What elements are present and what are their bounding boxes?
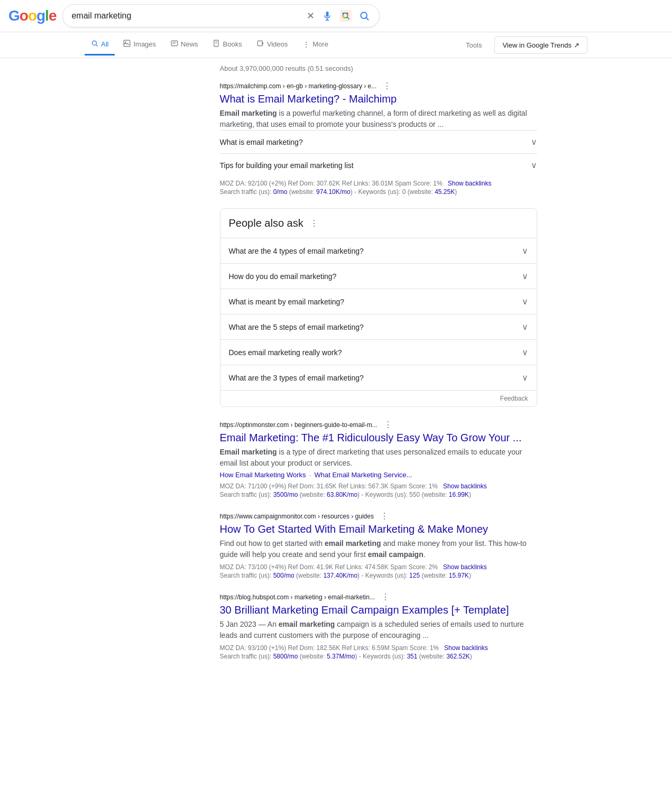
- header: Google ✕: [0, 0, 672, 32]
- paa-feedback: Feedback: [220, 390, 537, 406]
- paa-question-2: What is meant by email marketing?: [229, 298, 345, 306]
- paa-menu-icon[interactable]: ⋮: [310, 218, 318, 228]
- traffic-val-link[interactable]: 3500/mo: [273, 491, 298, 498]
- paa-question-1: How do you do email marketing?: [229, 272, 337, 281]
- show-backlinks-link[interactable]: Show backlinks: [443, 563, 487, 571]
- traffic-974-link[interactable]: 974.10K/mo: [316, 188, 351, 196]
- traffic-0-link[interactable]: 0/mo: [273, 188, 288, 196]
- seo-metrics-optinmonster: MOZ DA: 71/100 (+9%) Ref Dom: 31.65K Ref…: [220, 483, 537, 498]
- view-trends-label: View in Google Trends: [502, 41, 572, 49]
- tab-images-icon: [123, 40, 131, 49]
- clear-button[interactable]: ✕: [306, 9, 316, 23]
- keywords-val-link[interactable]: 351: [407, 653, 417, 660]
- tab-news[interactable]: News: [164, 34, 205, 55]
- seo-row1: MOZ DA: 93/100 (+1%) Ref Dom: 182.56K Re…: [220, 644, 439, 652]
- keywords-website-link[interactable]: 362.52K: [446, 653, 470, 660]
- keywords-website-link[interactable]: 15.97K: [449, 572, 469, 579]
- show-backlinks-link[interactable]: Show backlinks: [448, 180, 492, 187]
- sub-links-optinmonster: How Email Marketing Works · What Email M…: [220, 471, 537, 479]
- result-url-campaignmonitor: https://www.campaignmonitor.com › resour…: [220, 511, 537, 521]
- sublink-separator: ·: [309, 471, 311, 479]
- tab-videos-label: Videos: [267, 40, 288, 48]
- result-url-optinmonster: https://optinmonster.com › beginners-gui…: [220, 420, 537, 430]
- result-menu-icon[interactable]: ⋮: [383, 81, 391, 91]
- tab-books-icon: [213, 40, 220, 49]
- traffic-website-link[interactable]: 63.80K/mo: [327, 491, 357, 498]
- paa-question-3: What are the 5 steps of email marketing?: [229, 323, 364, 331]
- result-title-hubspot[interactable]: 30 Brilliant Marketing Email Campaign Ex…: [220, 603, 537, 617]
- chevron-down-icon: ∨: [522, 246, 528, 256]
- paa-item-4[interactable]: Does email marketing really work? ∨: [220, 339, 537, 365]
- keywords-45-link[interactable]: 45.25K: [435, 188, 455, 196]
- result-url-mailchimp: https://mailchimp.com › en-gb › marketin…: [220, 81, 537, 91]
- tab-books[interactable]: Books: [207, 34, 248, 55]
- seo-row1: MOZ DA: 92/100 (+2%) Ref Dom: 307.62K Re…: [220, 180, 443, 187]
- sublink-what-email[interactable]: What Email Marketing Service...: [314, 471, 412, 479]
- chevron-down-icon: ∨: [522, 322, 528, 332]
- tab-books-label: Books: [223, 40, 242, 48]
- expandable-tips[interactable]: Tips for building your email marketing l…: [220, 153, 537, 177]
- tab-all[interactable]: All: [85, 34, 115, 55]
- tab-images-label: Images: [133, 40, 156, 48]
- keywords-val-link[interactable]: 125: [409, 572, 420, 579]
- result-menu-icon[interactable]: ⋮: [384, 420, 392, 430]
- paa-header: People also ask ⋮: [220, 209, 537, 238]
- paa-item-2[interactable]: What is meant by email marketing? ∨: [220, 289, 537, 314]
- search-input[interactable]: [71, 11, 301, 21]
- paa-question-5: What are the 3 types of email marketing?: [229, 374, 364, 382]
- view-trends-button[interactable]: View in Google Trends ↗: [494, 36, 587, 54]
- tab-videos[interactable]: Videos: [251, 34, 294, 55]
- paa-item-5[interactable]: What are the 3 types of email marketing?…: [220, 365, 537, 390]
- result-title-mailchimp[interactable]: What is Email Marketing? - Mailchimp: [220, 92, 537, 106]
- result-mailchimp: https://mailchimp.com › en-gb › marketin…: [220, 81, 537, 196]
- expandable-label: What is email marketing?: [220, 138, 303, 146]
- tab-more[interactable]: ⋮ More: [296, 35, 335, 55]
- traffic-website-link[interactable]: 137.40K/mo: [323, 572, 357, 579]
- traffic-val-link[interactable]: 5800/mo: [273, 653, 298, 660]
- svg-rect-20: [257, 41, 262, 45]
- result-snippet-optinmonster: Email marketing is a type of direct mark…: [220, 447, 537, 469]
- search-button[interactable]: [358, 10, 371, 22]
- keywords-website-link[interactable]: 16.99K: [449, 491, 469, 498]
- clear-icon: ✕: [307, 10, 315, 22]
- show-backlinks-link[interactable]: Show backlinks: [444, 644, 488, 652]
- paa-title: People also ask: [229, 217, 303, 229]
- chevron-down-icon: ∨: [531, 137, 537, 147]
- tab-more-label: More: [312, 40, 328, 48]
- tab-news-label: News: [181, 40, 198, 48]
- result-menu-icon[interactable]: ⋮: [381, 592, 390, 602]
- expandable-what-is[interactable]: What is email marketing? ∨: [220, 130, 537, 153]
- result-menu-icon[interactable]: ⋮: [380, 511, 389, 521]
- tab-all-icon: [91, 40, 98, 49]
- paa-item-0[interactable]: What are the 4 types of email marketing?…: [220, 238, 537, 263]
- result-url-text: https://blog.hubspot.com › marketing › e…: [220, 594, 375, 601]
- mic-button[interactable]: [321, 10, 334, 22]
- search-bar: ✕: [62, 4, 380, 27]
- chevron-down-icon: ∨: [522, 347, 528, 357]
- svg-rect-17: [214, 40, 218, 47]
- chevron-down-icon: ∨: [531, 160, 537, 170]
- result-hubspot: https://blog.hubspot.com › marketing › e…: [220, 592, 537, 660]
- paa-item-3[interactable]: What are the 5 steps of email marketing?…: [220, 314, 537, 339]
- traffic-val-link[interactable]: 500/mo: [273, 572, 294, 579]
- svg-marker-21: [262, 42, 264, 45]
- svg-line-11: [96, 45, 98, 47]
- svg-line-9: [366, 18, 369, 20]
- lens-button[interactable]: [339, 9, 353, 23]
- result-optinmonster: https://optinmonster.com › beginners-gui…: [220, 420, 537, 498]
- tab-images[interactable]: Images: [117, 34, 162, 55]
- paa-question-4: Does email marketing really work?: [229, 348, 342, 357]
- result-snippet-campaignmonitor: Find out how to get started with email m…: [220, 538, 537, 560]
- show-backlinks-link[interactable]: Show backlinks: [443, 483, 487, 490]
- tools-button[interactable]: Tools: [459, 36, 488, 54]
- svg-point-13: [125, 42, 126, 43]
- paa-item-1[interactable]: How do you do email marketing? ∨: [220, 263, 537, 289]
- google-logo[interactable]: Google: [8, 7, 56, 24]
- tab-more-icon: ⋮: [302, 40, 310, 49]
- sublink-how-email[interactable]: How Email Marketing Works: [220, 471, 306, 479]
- result-title-optinmonster[interactable]: Email Marketing: The #1 Ridiculously Eas…: [220, 431, 537, 444]
- result-title-campaignmonitor[interactable]: How To Get Started With Email Marketing …: [220, 522, 537, 536]
- seo-row1: MOZ DA: 73/100 (+4%) Ref Dom: 41.9K Ref …: [220, 563, 438, 571]
- traffic-website-link[interactable]: 5.37M/mo: [327, 653, 355, 660]
- result-url-text: https://optinmonster.com › beginners-gui…: [220, 421, 378, 429]
